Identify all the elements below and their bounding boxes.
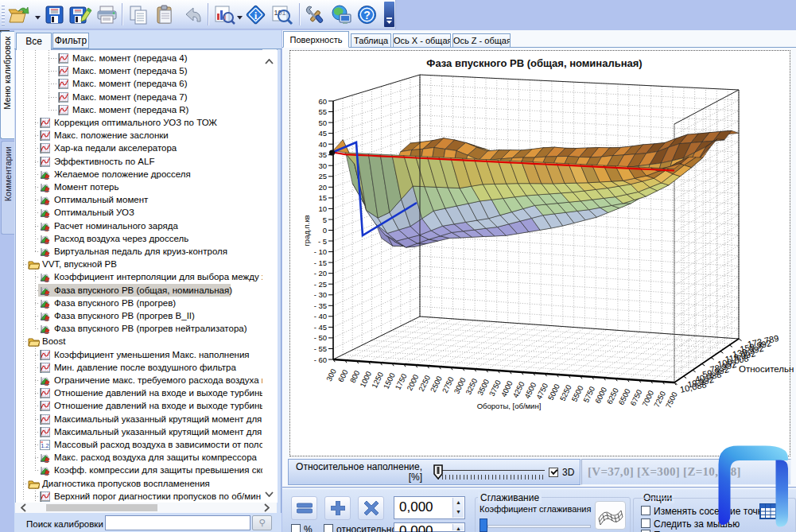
svg-text:Обороты, [об/мин]: Обороты, [об/мин] (477, 402, 542, 410)
svg-text:0: 0 (323, 226, 327, 235)
svg-text:40: 40 (318, 140, 327, 149)
svg-text:600: 600 (336, 368, 350, 383)
svg-text:- 55: - 55 (314, 344, 327, 353)
svg-text:10: 10 (318, 204, 327, 213)
svg-text:55: 55 (318, 107, 327, 116)
svg-text:- 15: - 15 (314, 258, 327, 267)
svg-text:- 45: - 45 (314, 323, 327, 332)
svg-text:300: 300 (324, 367, 338, 382)
svg-text:50: 50 (318, 118, 327, 127)
svg-text:i: i (254, 10, 258, 21)
svg-text:15: 15 (318, 193, 327, 202)
svg-text:45: 45 (318, 129, 327, 138)
svg-text:1.2: 1.2 (41, 442, 49, 449)
svg-text:- 20: - 20 (314, 269, 327, 278)
svg-text:- 30: - 30 (314, 290, 327, 299)
svg-text:35: 35 (318, 150, 327, 159)
svg-text:- 10: - 10 (314, 247, 327, 256)
svg-text:Фаза впускного РВ (общая, номи: Фаза впускного РВ (общая, номинальная) (426, 57, 642, 69)
svg-text:25: 25 (318, 172, 327, 181)
svg-text:- 25: - 25 (314, 280, 327, 289)
svg-text:- 40: - 40 (314, 312, 327, 320)
svg-text:- 60: - 60 (314, 355, 327, 364)
svg-text:5: 5 (323, 216, 327, 224)
svg-text:- 50: - 50 (314, 333, 327, 342)
svg-text:- 35: - 35 (314, 301, 327, 310)
svg-text:60: 60 (318, 97, 327, 106)
svg-text:град.п.кв: град.п.кв (302, 215, 311, 246)
svg-text:30: 30 (318, 161, 327, 170)
svg-text:Относительн: Относительн (739, 364, 794, 374)
svg-text:20: 20 (318, 183, 327, 192)
svg-text:- 5: - 5 (318, 237, 327, 246)
svg-text:?: ? (363, 9, 371, 21)
